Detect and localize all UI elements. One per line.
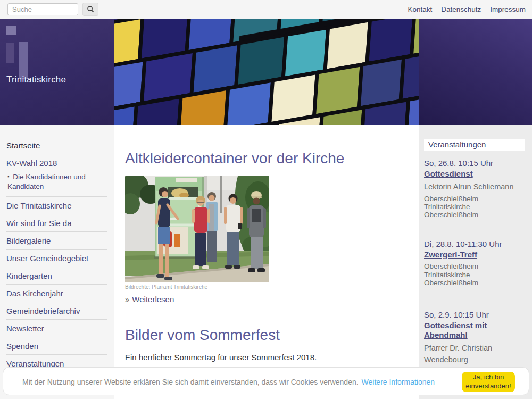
link-impressum[interactable]: Impressum <box>490 5 526 13</box>
event-item: Di, 28.8. 10-11:30 Uhr Zwergerl-Treff Ob… <box>424 239 525 287</box>
article-intro: Ein herrlicher Sommertag für unser Somme… <box>125 353 405 362</box>
sidebar-item-bildergalerie[interactable]: Bildergalerie <box>6 232 107 249</box>
cookie-info-link[interactable]: Weitere Informationen <box>362 378 435 386</box>
content-layout: Startseite KV-Wahl 2018 ▪Die Kandidatinn… <box>0 125 532 399</box>
article-title-2: Bilder vom Sommerfest <box>125 327 405 344</box>
bullet-icon: ▪ <box>7 174 9 179</box>
left-sidebar: Startseite KV-Wahl 2018 ▪Die Kandidatinn… <box>0 125 114 399</box>
sidebar-item-spenden[interactable]: Spenden <box>6 337 107 354</box>
logo-tall-bar-icon <box>19 42 28 79</box>
readmore-row: »Weiterlesen <box>125 295 405 304</box>
double-chevron-icon: » <box>125 295 129 304</box>
page: Kontakt Datenschutz Impressum Trinitatis… <box>0 0 532 399</box>
link-datenschutz[interactable]: Datenschutz <box>441 5 481 13</box>
header-right-panel <box>419 19 532 125</box>
cookie-message: Mit der Nutzung unserer Website erklären… <box>22 378 359 386</box>
photo-caption: Bildrechte: Pfarramt Trinitatiskirche <box>125 284 405 290</box>
cookie-banner: Mit der Nutzung unserer Website erklären… <box>3 367 529 395</box>
cookie-accept-button[interactable]: Ja, ich bin einverstanden! <box>462 372 515 392</box>
top-links: Kontakt Datenschutz Impressum <box>408 0 526 19</box>
events-panel-title: Veranstaltungen <box>424 139 525 151</box>
event-location: OberschleißheimTrinitatiskircheOberschle… <box>424 195 525 219</box>
header-stained-glass-image <box>114 19 419 125</box>
article-photo <box>125 176 269 282</box>
event-location: OberschleißheimTrinitatiskircheOberschle… <box>424 262 525 287</box>
sidebar-subitem-label: Die Kandidatinnen und Kandidaten <box>7 173 86 190</box>
header: Trinitatiskirche <box>0 19 532 125</box>
site-title: Trinitatiskirche <box>6 74 66 85</box>
divider <box>424 296 525 296</box>
sidebar-item-newsletter[interactable]: Newsletter <box>6 320 107 337</box>
event-details: Lektorin Alrun Schliemann <box>424 182 525 192</box>
sidebar-item-kv-wahl[interactable]: KV-Wahl 2018 <box>6 154 107 171</box>
event-date: Di, 28.8. 10-11:30 Uhr <box>424 239 525 248</box>
article-title: Altkleidercontainer vor der Kirche <box>125 150 405 167</box>
divider <box>424 228 525 228</box>
event-date: So, 2.9. 10:15 Uhr <box>424 310 525 319</box>
main-content: Altkleidercontainer vor der Kirche <box>114 125 419 399</box>
sidebar-item-gemeindebriefarchiv[interactable]: Gemeindebriefarchiv <box>6 302 107 319</box>
event-link[interactable]: Zwergerl-Treff <box>424 250 477 260</box>
sidebar-item-wir-sind-fuer-sie-da[interactable]: Wir sind für Sie da <box>6 214 107 231</box>
event-details: Pfarrer Dr. ChristianWendebourg <box>424 343 525 365</box>
events-sidebar: Veranstaltungen So, 26.8. 10:15 Uhr Gott… <box>419 125 532 399</box>
event-link[interactable]: Gottesdienst mit Abendmahl <box>424 321 525 341</box>
logo-bar-icon <box>6 43 14 63</box>
search-icon <box>87 5 95 13</box>
sidebar-item-kirchenjahr[interactable]: Das Kirchenjahr <box>6 285 107 302</box>
search-input[interactable] <box>7 3 78 15</box>
sidebar-item-kindergarten[interactable]: Kindergarten <box>6 267 107 284</box>
event-date: So, 26.8. 10:15 Uhr <box>424 159 525 168</box>
readmore-link[interactable]: Weiterlesen <box>132 295 174 304</box>
header-brand-panel: Trinitatiskirche <box>0 19 114 125</box>
sidebar-item-gemeindegebiet[interactable]: Unser Gemeindegebiet <box>6 250 107 267</box>
divider <box>125 317 405 317</box>
cookie-message-row: Mit der Nutzung unserer Website erklären… <box>22 368 435 396</box>
link-kontakt[interactable]: Kontakt <box>408 5 432 13</box>
top-bar: Kontakt Datenschutz Impressum <box>0 0 532 19</box>
search-button[interactable] <box>82 3 98 16</box>
sidebar-subitem-kandidaten[interactable]: ▪Die Kandidatinnen und Kandidaten <box>6 171 107 196</box>
logo-square-icon <box>6 26 16 35</box>
event-link[interactable]: Gottesdienst <box>424 169 473 179</box>
sidebar-item-trinitatiskirche[interactable]: Die Trinitatiskirche <box>6 197 107 214</box>
sidebar-item-startseite[interactable]: Startseite <box>6 137 107 154</box>
event-item: So, 26.8. 10:15 Uhr Gottesdienst Lektori… <box>424 159 525 219</box>
